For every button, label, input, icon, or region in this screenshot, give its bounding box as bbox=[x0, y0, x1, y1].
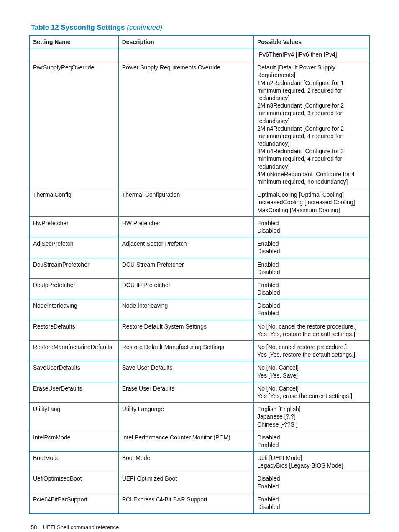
table-row: DcuStreamPrefetcherDCU Stream Prefetcher… bbox=[30, 258, 370, 278]
cell-description: Intel Performance Counter Monitor (PCM) bbox=[118, 431, 253, 451]
table-row: RestoreManufacturingDefaultsRestore Defa… bbox=[30, 341, 370, 361]
cell-setting-name: HwPrefetcher bbox=[30, 216, 119, 237]
cell-possible-values: No [No, cancel the restore procedure.]Ye… bbox=[254, 320, 370, 340]
cell-possible-values: DisabledEnabled bbox=[254, 299, 370, 320]
cell-setting-name: AdjSecPrefetch bbox=[30, 237, 119, 258]
cell-description: Power Supply Requirements Override bbox=[118, 61, 253, 188]
table-row: NodeInterleavingNode InterleavingDisable… bbox=[30, 299, 370, 320]
cell-possible-values: EnabledDisabled bbox=[254, 278, 370, 299]
cell-setting-name: EraseUserDefaults bbox=[30, 382, 119, 402]
table-row: EraseUserDefaultsErase User DefaultsNo [… bbox=[30, 382, 370, 402]
cell-description: UEFI Optimized Boot bbox=[118, 472, 253, 493]
cell-description: Node Interleaving bbox=[118, 299, 253, 320]
cell-setting-name: ThermalConfig bbox=[30, 188, 119, 217]
cell-possible-values: No [No, Cancel]Yes [Yes, erase the curre… bbox=[254, 382, 370, 402]
cell-setting-name bbox=[30, 48, 119, 61]
cell-setting-name: RestoreDefaults bbox=[30, 320, 119, 340]
table-row: DcuIpPrefetcherDCU IP PrefetcherEnabledD… bbox=[30, 278, 370, 299]
cell-possible-values: EnabledDisabled bbox=[254, 237, 370, 258]
cell-setting-name: Pcie64BitBarSupport bbox=[30, 493, 119, 514]
col-setting-name: Setting Name bbox=[30, 36, 119, 48]
cell-description: Erase User Defaults bbox=[118, 382, 253, 402]
table-row: IPv6ThenIPv4 [IPv6 then IPv4] bbox=[30, 48, 370, 61]
cell-setting-name: RestoreManufacturingDefaults bbox=[30, 341, 119, 361]
table-row: UtilityLangUtility LanguageEnglish [Engl… bbox=[30, 403, 370, 431]
table-row: IntelPcmModeIntel Performance Counter Mo… bbox=[30, 431, 370, 451]
table-row: SaveUserDefaultsSave User DefaultsNo [No… bbox=[30, 361, 370, 382]
col-description: Description bbox=[118, 36, 253, 48]
page-footer: 58 UEFI Shell command reference bbox=[29, 524, 370, 530]
table-title-prefix: Table 12 Sysconfig Settings bbox=[31, 23, 127, 31]
cell-setting-name: NodeInterleaving bbox=[30, 299, 119, 320]
cell-description: Thermal Configuration bbox=[118, 188, 253, 217]
cell-possible-values: DisabledEnabled bbox=[254, 472, 370, 493]
cell-description: Restore Default Manufacturing Settings bbox=[118, 341, 253, 361]
table-row: Pcie64BitBarSupportPCI Express 64-Bit BA… bbox=[30, 493, 370, 514]
page: Table 12 Sysconfig Settings (continued) … bbox=[0, 0, 399, 532]
table-row: BootModeBoot ModeUefi [UEFI Mode]LegacyB… bbox=[30, 452, 370, 472]
cell-possible-values: No [No, cancel restore procedure.]Yes [Y… bbox=[254, 341, 370, 361]
table-title: Table 12 Sysconfig Settings (continued) bbox=[31, 23, 370, 32]
cell-description: DCU IP Prefetcher bbox=[118, 278, 253, 299]
table-row: PwrSupplyReqOverridePower Supply Require… bbox=[30, 61, 370, 188]
col-possible-values: Possible Values bbox=[254, 36, 370, 48]
table-row: AdjSecPrefetchAdjacent Sector PrefetchEn… bbox=[30, 237, 370, 258]
table-row: HwPrefetcherHW PrefetcherEnabledDisabled bbox=[30, 216, 370, 237]
cell-possible-values: IPv6ThenIPv4 [IPv6 then IPv4] bbox=[254, 48, 370, 61]
cell-possible-values: Uefi [UEFI Mode]LegacyBios [Legacy BIOS … bbox=[254, 452, 370, 472]
cell-setting-name: DcuIpPrefetcher bbox=[30, 278, 119, 299]
cell-possible-values: DisabledEnabled bbox=[254, 431, 370, 451]
table-header-row: Setting Name Description Possible Values bbox=[30, 36, 370, 48]
cell-description: Restore Default System Settings bbox=[118, 320, 253, 340]
cell-possible-values: EnabledDisabled bbox=[254, 493, 370, 514]
cell-possible-values: Default [Default Power Supply Requiremen… bbox=[254, 61, 370, 188]
cell-description: Boot Mode bbox=[118, 452, 253, 472]
cell-description: Utility Language bbox=[118, 403, 253, 431]
cell-setting-name: PwrSupplyReqOverride bbox=[30, 61, 119, 188]
cell-possible-values: OptimalCooling [Optimal Cooling]Increase… bbox=[254, 188, 370, 217]
sysconfig-table: Setting Name Description Possible Values… bbox=[29, 35, 370, 514]
table-row: ThermalConfigThermal ConfigurationOptima… bbox=[30, 188, 370, 217]
table-row: UefiOptimizedBootUEFI Optimized BootDisa… bbox=[30, 472, 370, 493]
footer-title: UEFI Shell command reference bbox=[43, 524, 119, 530]
cell-description bbox=[118, 48, 253, 61]
cell-setting-name: BootMode bbox=[30, 452, 119, 472]
cell-possible-values: EnabledDisabled bbox=[254, 216, 370, 237]
cell-description: HW Prefetcher bbox=[118, 216, 253, 237]
cell-possible-values: No [No, Cancel]Yes [Yes, Save] bbox=[254, 361, 370, 382]
cell-description: Save User Defaults bbox=[118, 361, 253, 382]
cell-possible-values: English [English]Japanese [?,?]Chinese [… bbox=[254, 403, 370, 431]
page-number: 58 bbox=[31, 524, 37, 530]
cell-setting-name: IntelPcmMode bbox=[30, 431, 119, 451]
cell-description: PCI Express 64-Bit BAR Support bbox=[118, 493, 253, 514]
cell-possible-values: EnabledDisabled bbox=[254, 258, 370, 278]
cell-setting-name: UefiOptimizedBoot bbox=[30, 472, 119, 493]
cell-description: DCU Stream Prefetcher bbox=[118, 258, 253, 278]
cell-description: Adjacent Sector Prefetch bbox=[118, 237, 253, 258]
cell-setting-name: UtilityLang bbox=[30, 403, 119, 431]
table-row: RestoreDefaultsRestore Default System Se… bbox=[30, 320, 370, 340]
table-title-continued: (continued) bbox=[127, 23, 162, 31]
cell-setting-name: SaveUserDefaults bbox=[30, 361, 119, 382]
cell-setting-name: DcuStreamPrefetcher bbox=[30, 258, 119, 278]
